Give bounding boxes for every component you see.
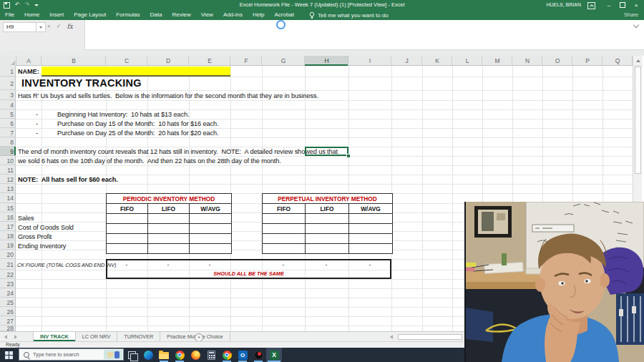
table-cell[interactable] xyxy=(107,214,148,223)
ribbon-tab-add-ins[interactable]: Add-ins xyxy=(218,10,248,20)
column-header-k[interactable]: K xyxy=(422,56,452,66)
table-cell[interactable] xyxy=(148,224,190,233)
fill-handle[interactable] xyxy=(346,154,351,158)
row-header-10[interactable]: 10 xyxy=(0,156,16,165)
row-header-24[interactable]: 24 xyxy=(0,288,16,298)
name-box-dropdown[interactable] xyxy=(36,22,46,32)
tell-me-box[interactable]: Tell me what you want to do xyxy=(309,11,389,19)
bullet-text[interactable]: Purchase on Day 15 of the Month: 10 hats… xyxy=(57,119,218,128)
column-header-d[interactable]: D xyxy=(147,56,189,66)
row-label[interactable]: Ending Inventory xyxy=(18,242,66,250)
table-cell[interactable] xyxy=(190,244,231,253)
row-header-23[interactable]: 23 xyxy=(0,279,16,288)
table-cell[interactable] xyxy=(148,244,190,253)
start-button[interactable] xyxy=(0,348,17,362)
sheet-title[interactable]: INVENTORY TRACKING xyxy=(21,77,142,89)
column-header-n[interactable]: N xyxy=(512,56,542,66)
undo-icon[interactable]: ↶ xyxy=(15,0,20,10)
taskbar-firefox[interactable] xyxy=(187,348,203,362)
table-cell[interactable] xyxy=(306,224,349,233)
row-header-4[interactable]: 4 xyxy=(0,100,16,109)
table-cell[interactable] xyxy=(107,244,148,253)
column-header-f[interactable]: F xyxy=(230,56,262,66)
account-name[interactable]: HUELS, BRIAN xyxy=(546,0,581,10)
taskbar-outlook[interactable]: O xyxy=(235,348,250,362)
column-header-o[interactable]: O xyxy=(542,56,572,66)
ribbon-tab-view[interactable]: View xyxy=(196,10,218,20)
tab-scroll-left-icon[interactable] xyxy=(4,335,7,339)
row-header-14[interactable]: 14 xyxy=(0,193,16,203)
formula-bar[interactable] xyxy=(84,20,644,50)
table-cell[interactable] xyxy=(349,234,392,243)
row-header-2[interactable]: 2 xyxy=(0,77,16,90)
column-header-m[interactable]: M xyxy=(482,56,512,66)
cancel-icon[interactable]: × xyxy=(47,22,51,31)
row-header-28[interactable]: 28 xyxy=(0,326,16,331)
row-label[interactable]: Gross Profit xyxy=(18,233,52,241)
taskbar-calculator[interactable] xyxy=(203,348,219,362)
table-cell[interactable] xyxy=(263,234,306,243)
bullet-text[interactable]: Purchase on Day 25 of the Month: 20 hats… xyxy=(57,129,218,137)
taskbar-excel[interactable]: X xyxy=(266,348,282,362)
table-cell[interactable] xyxy=(263,224,306,233)
column-header-q[interactable]: Q xyxy=(602,56,633,66)
save-icon[interactable] xyxy=(4,2,10,9)
insert-function-icon[interactable]: fx xyxy=(67,23,72,30)
task-view-icon[interactable] xyxy=(128,351,136,359)
ribbon-display-options-icon[interactable] xyxy=(587,2,595,9)
row-header-20[interactable]: 20 xyxy=(0,250,16,259)
horizontal-scroll-thumb[interactable] xyxy=(398,334,462,340)
column-header-c[interactable]: C xyxy=(106,56,147,66)
table-cell[interactable] xyxy=(349,244,392,253)
share-button[interactable]: Share xyxy=(624,10,638,20)
ribbon-tab-review[interactable]: Review xyxy=(167,10,195,20)
taskbar-search[interactable]: Type here to search xyxy=(19,348,124,361)
row-header-26[interactable]: 26 xyxy=(0,307,16,316)
row-header-11[interactable]: 11 xyxy=(0,165,16,175)
sheet-tab-inv-track[interactable]: INV TRACK xyxy=(33,332,76,341)
row-header-5[interactable]: 5 xyxy=(0,109,16,119)
column-header-b[interactable]: B xyxy=(42,56,106,66)
row-label[interactable]: Cost of Goods Sold xyxy=(18,223,74,232)
column-header-h[interactable]: H xyxy=(305,56,348,66)
taskbar-edge[interactable] xyxy=(140,348,156,362)
vertical-scroll-thumb[interactable] xyxy=(635,67,641,174)
row-header-17[interactable]: 17 xyxy=(0,222,16,231)
table-cell[interactable] xyxy=(306,214,349,223)
column-header-p[interactable]: P xyxy=(572,56,602,66)
row-header-19[interactable]: 19 xyxy=(0,240,16,250)
row-header-21[interactable]: 21 xyxy=(0,259,16,270)
hscroll-left-arrow[interactable] xyxy=(390,335,393,339)
table-cell[interactable] xyxy=(349,214,392,223)
row-header-22[interactable]: 22 xyxy=(0,270,16,279)
minimize-button[interactable]: – xyxy=(602,0,615,10)
name-entry-cell[interactable] xyxy=(42,67,230,77)
table-cell[interactable] xyxy=(190,224,231,233)
table-cell[interactable] xyxy=(148,234,190,243)
row-header-25[interactable]: 25 xyxy=(0,298,16,307)
table-cell[interactable] xyxy=(349,224,392,233)
restore-button[interactable] xyxy=(616,0,629,10)
row-header-12[interactable]: 12 xyxy=(0,175,16,184)
tab-scroll-right-icon[interactable] xyxy=(14,335,17,339)
ribbon-tab-data[interactable]: Data xyxy=(145,10,167,20)
select-all-corner[interactable] xyxy=(0,56,16,67)
table-cell[interactable] xyxy=(263,244,306,253)
table-cell[interactable] xyxy=(148,214,190,223)
row-header-3[interactable]: 3 xyxy=(0,90,16,100)
taskbar-chrome-2[interactable] xyxy=(219,348,235,362)
redo-icon[interactable]: ↷ xyxy=(25,0,30,10)
column-header-e[interactable]: E xyxy=(189,56,230,66)
column-header-j[interactable]: J xyxy=(391,56,422,66)
taskbar-chrome[interactable] xyxy=(172,348,187,362)
close-button[interactable]: × xyxy=(630,0,643,10)
ribbon-tab-file[interactable]: File xyxy=(0,10,19,20)
cell-a1[interactable]: NAME: xyxy=(18,67,39,76)
name-box[interactable]: H9 xyxy=(3,22,39,32)
ribbon-tab-home[interactable]: Home xyxy=(19,10,44,20)
sheet-tab-turnover[interactable]: TURNOVER xyxy=(117,332,160,341)
row-label[interactable]: Sales xyxy=(18,214,34,222)
table-cell[interactable] xyxy=(306,244,349,253)
note-line-1[interactable]: The end of month inventory count reveals… xyxy=(18,147,338,156)
price-note[interactable]: NOTE: All hats sell for $60 each. xyxy=(18,175,118,184)
